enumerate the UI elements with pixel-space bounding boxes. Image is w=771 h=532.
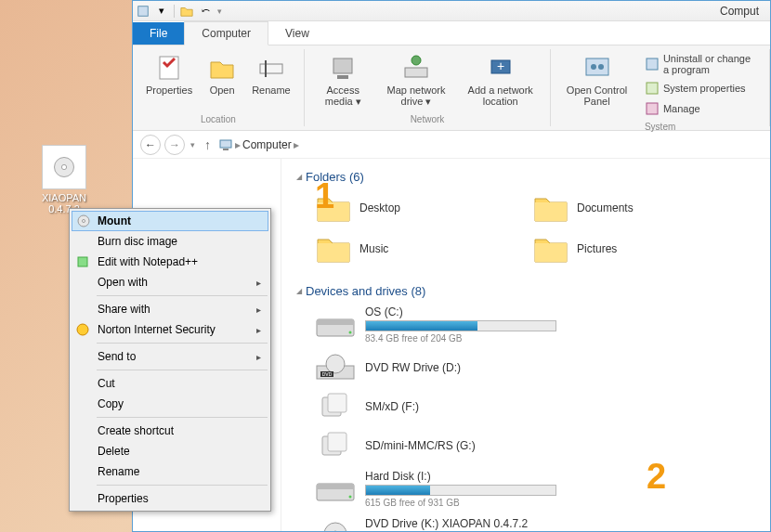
- window-title: Comput: [720, 5, 759, 18]
- back-button[interactable]: ←: [140, 135, 161, 155]
- menu-item[interactable]: Share with: [72, 299, 268, 319]
- manage-link[interactable]: Manage: [641, 99, 760, 118]
- menu-item[interactable]: Open with: [72, 272, 268, 292]
- properties-icon: [154, 53, 184, 83]
- drive-item[interactable]: DVDDVD RW Drive (D:): [315, 353, 556, 383]
- menu-item[interactable]: Properties: [72, 488, 268, 509]
- drive-icon: [315, 431, 356, 461]
- menu-item-label: Properties: [98, 492, 149, 505]
- new-folder-qat-icon[interactable]: [180, 5, 193, 18]
- folder-label: Pictures: [577, 242, 617, 255]
- undo-qat-icon[interactable]: ⤺: [199, 5, 212, 18]
- system-properties-link[interactable]: System properties: [641, 79, 760, 97]
- menu-item[interactable]: Edit with Notepad++: [72, 252, 268, 272]
- forward-button[interactable]: →: [164, 135, 185, 155]
- properties-button[interactable]: Properties: [140, 49, 198, 99]
- tab-computer[interactable]: Computer: [184, 21, 268, 45]
- folder-icon: [532, 191, 569, 225]
- dropdown-icon[interactable]: ▾: [217, 6, 222, 16]
- rename-icon: [256, 53, 286, 83]
- up-button[interactable]: ↑: [201, 137, 215, 152]
- folder-item[interactable]: Desktop: [315, 191, 510, 225]
- breadcrumb-sep: ▸: [235, 138, 241, 151]
- history-dropdown[interactable]: ▾: [189, 140, 197, 149]
- map-drive-icon: [401, 53, 431, 83]
- drive-item[interactable]: OS (C:)83.4 GB free of 204 GB: [315, 305, 556, 344]
- menu-item[interactable]: Cut: [72, 373, 268, 394]
- control-panel-icon: [582, 53, 612, 83]
- drive-name: Hard Disk (I:): [365, 470, 556, 483]
- tab-view[interactable]: View: [268, 22, 326, 45]
- folders-header[interactable]: Folders (6): [296, 166, 755, 188]
- menu-item-icon: [75, 444, 90, 459]
- drive-icon: [315, 474, 356, 504]
- drive-item[interactable]: SM/xD (F:): [315, 392, 556, 422]
- svg-text:+: +: [497, 58, 504, 73]
- desktop-icon-xiaopan[interactable]: XIAOPAN 0.4.7.2: [32, 145, 97, 214]
- open-button[interactable]: Open: [202, 49, 242, 99]
- properties-qat-icon[interactable]: [137, 5, 150, 18]
- folder-icon: [315, 191, 352, 225]
- svg-rect-4: [260, 64, 282, 73]
- menu-item[interactable]: Burn disc image: [72, 231, 268, 252]
- computer-icon: [218, 137, 233, 152]
- menu-item-label: Rename: [98, 465, 139, 478]
- svg-text:DVD: DVD: [322, 371, 333, 377]
- ribbon-tabs: File Computer View: [133, 21, 770, 45]
- breadcrumb[interactable]: ▸ Computer ▸: [218, 137, 299, 152]
- add-location-button[interactable]: + Add a network location: [458, 49, 542, 110]
- menu-item-label: Open with: [98, 276, 148, 289]
- drive-grid: OS (C:)83.4 GB free of 204 GBDVDDVD RW D…: [296, 302, 755, 531]
- menu-item[interactable]: Rename: [72, 461, 268, 482]
- menu-item[interactable]: Create shortcut: [72, 421, 268, 441]
- svg-rect-31: [328, 433, 346, 451]
- rename-button[interactable]: Rename: [246, 49, 296, 99]
- folder-icon: [532, 232, 569, 266]
- menu-item-label: Send to: [98, 350, 136, 363]
- drive-free-text: 615 GB free of 931 GB: [365, 498, 556, 508]
- map-drive-button[interactable]: Map network drive ▾: [378, 49, 454, 110]
- access-media-button[interactable]: Access media ▾: [312, 49, 374, 110]
- tab-file[interactable]: File: [133, 22, 184, 45]
- folder-item[interactable]: Pictures: [532, 232, 727, 266]
- folder-item[interactable]: Documents: [532, 191, 727, 225]
- drive-item[interactable]: DVD-ROMDVD Drive (K:) XIAOPAN 0.4.7.20 b…: [315, 517, 556, 531]
- context-menu: MountBurn disc imageEdit with Notepad++O…: [69, 208, 271, 512]
- content-pane: Folders (6) DesktopDocumentsMusicPicture…: [281, 159, 770, 531]
- menu-separator: [97, 485, 268, 486]
- svg-rect-8: [405, 68, 427, 77]
- menu-item[interactable]: Copy: [72, 394, 268, 414]
- svg-rect-15: [647, 58, 658, 70]
- menu-item-icon: [75, 254, 90, 269]
- menu-item-icon: [75, 376, 90, 391]
- folder-label: Documents: [577, 201, 634, 214]
- menu-item[interactable]: Send to: [72, 346, 268, 367]
- svg-point-23: [349, 331, 352, 333]
- drive-name: SM/xD (F:): [365, 400, 556, 413]
- drive-icon: [315, 392, 356, 422]
- disc-image-icon: [42, 145, 86, 189]
- drive-item[interactable]: Hard Disk (I:)615 GB free of 931 GB: [315, 470, 556, 508]
- menu-item-label: Mount: [98, 214, 131, 227]
- menu-separator: [97, 295, 268, 296]
- menu-item-icon: [75, 349, 90, 364]
- drives-header[interactable]: Devices and drives (8): [296, 280, 755, 302]
- folder-item[interactable]: Music: [315, 232, 510, 266]
- add-location-icon: +: [486, 53, 516, 83]
- manage-icon: [645, 101, 660, 116]
- breadcrumb-root[interactable]: Computer: [242, 138, 292, 151]
- menu-item[interactable]: Norton Internet Security: [72, 319, 268, 340]
- uninstall-link[interactable]: Uninstall or change a program: [641, 51, 760, 77]
- svg-point-25: [326, 355, 345, 373]
- menu-item-icon: [75, 491, 90, 506]
- control-panel-button[interactable]: Open Control Panel: [558, 49, 635, 110]
- drive-name: DVD Drive (K:) XIAOPAN 0.4.7.2: [365, 517, 556, 530]
- svg-rect-17: [647, 103, 658, 114]
- menu-item-label: Cut: [98, 377, 115, 390]
- dropdown-qat-icon[interactable]: ▾: [155, 5, 168, 18]
- drive-item[interactable]: SD/mini-MMC/RS (G:): [315, 431, 556, 461]
- svg-point-42: [77, 324, 88, 335]
- menu-item[interactable]: Delete: [72, 441, 268, 461]
- menu-item[interactable]: Mount: [72, 211, 268, 231]
- menu-item-icon: [75, 275, 90, 290]
